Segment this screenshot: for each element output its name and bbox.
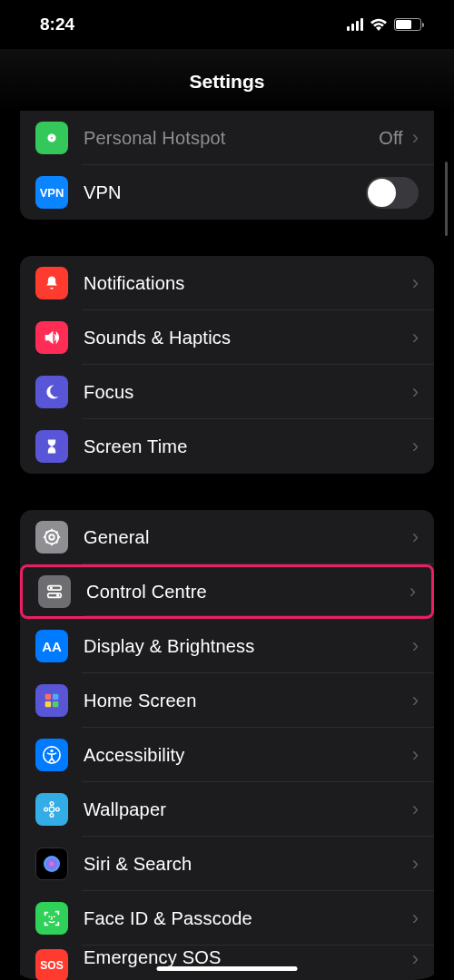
svg-point-5 xyxy=(56,593,59,596)
row-detail: Off xyxy=(379,128,402,149)
row-label: Siri & Search xyxy=(84,854,412,875)
chevron-icon: › xyxy=(412,947,419,971)
screentime-icon xyxy=(35,430,68,463)
svg-point-17 xyxy=(44,856,60,872)
svg-rect-6 xyxy=(45,694,51,700)
wallpaper-icon xyxy=(35,793,68,826)
hotspot-icon xyxy=(35,122,68,154)
row-faceid[interactable]: Face ID & Passcode › xyxy=(20,891,434,946)
chevron-icon: › xyxy=(412,126,419,150)
row-control-centre[interactable]: Control Centre › xyxy=(20,564,434,619)
svg-point-15 xyxy=(44,808,48,811)
row-label: General xyxy=(84,527,412,548)
row-label: Screen Time xyxy=(84,436,412,457)
row-personal-hotspot[interactable]: Personal Hotspot Off › xyxy=(20,111,434,165)
cellular-icon xyxy=(347,18,363,31)
chevron-icon: › xyxy=(412,743,419,767)
general-icon xyxy=(35,521,68,554)
vpn-icon: VPN xyxy=(35,176,68,209)
chevron-icon: › xyxy=(412,326,419,349)
svg-point-13 xyxy=(50,802,54,806)
chevron-icon: › xyxy=(412,271,419,295)
row-label: Sounds & Haptics xyxy=(84,328,412,348)
row-label: Emergency SOS xyxy=(84,947,412,968)
status-time: 8:24 xyxy=(40,15,74,34)
row-label: VPN xyxy=(84,182,366,203)
chevron-icon: › xyxy=(412,525,419,549)
row-label: Notifications xyxy=(84,273,412,294)
chevron-icon: › xyxy=(412,634,419,658)
row-label: Display & Brightness xyxy=(84,636,412,657)
row-notifications[interactable]: Notifications › xyxy=(20,256,434,310)
row-vpn[interactable]: VPN VPN xyxy=(20,165,434,220)
page-title: Settings xyxy=(0,49,454,111)
home-indicator[interactable] xyxy=(157,966,298,971)
row-display[interactable]: AA Display & Brightness › xyxy=(20,619,434,673)
svg-point-18 xyxy=(48,916,50,917)
chevron-icon: › xyxy=(412,798,419,821)
row-focus[interactable]: Focus › xyxy=(20,365,434,419)
sos-icon: SOS xyxy=(35,949,68,980)
svg-point-1 xyxy=(49,534,54,540)
focus-icon xyxy=(35,376,68,408)
row-label: Wallpaper xyxy=(84,799,412,820)
svg-point-3 xyxy=(50,586,53,589)
homescreen-icon xyxy=(35,684,68,717)
wifi-icon xyxy=(370,18,388,32)
chevron-icon: › xyxy=(412,689,419,712)
chevron-icon: › xyxy=(412,852,419,876)
row-label: Accessibility xyxy=(84,745,412,766)
status-icons xyxy=(347,18,421,32)
settings-group-network: Personal Hotspot Off › VPN VPN xyxy=(20,111,434,220)
scrollbar[interactable] xyxy=(445,162,448,236)
sounds-icon xyxy=(35,321,68,354)
row-homescreen[interactable]: Home Screen › xyxy=(20,673,434,728)
row-label: Control Centre xyxy=(86,582,410,603)
svg-point-19 xyxy=(54,916,55,917)
status-bar: 8:24 xyxy=(0,0,454,49)
faceid-icon xyxy=(35,902,68,935)
row-label: Face ID & Passcode xyxy=(84,908,412,929)
row-label: Focus xyxy=(84,382,412,403)
chevron-icon: › xyxy=(412,380,419,404)
row-label: Home Screen xyxy=(84,691,412,711)
svg-rect-8 xyxy=(45,701,51,707)
svg-rect-9 xyxy=(53,701,58,707)
svg-point-14 xyxy=(50,814,54,818)
svg-rect-7 xyxy=(53,694,58,700)
battery-icon xyxy=(394,18,421,31)
row-screentime[interactable]: Screen Time › xyxy=(20,419,434,474)
row-label: Personal Hotspot xyxy=(84,128,379,149)
chevron-icon: › xyxy=(412,906,419,930)
row-sounds[interactable]: Sounds & Haptics › xyxy=(20,310,434,365)
display-icon: AA xyxy=(35,630,68,662)
siri-icon xyxy=(35,848,68,880)
svg-point-16 xyxy=(56,808,60,811)
control-centre-icon xyxy=(38,575,71,608)
accessibility-icon xyxy=(35,739,68,771)
row-general[interactable]: General › xyxy=(20,510,434,564)
row-accessibility[interactable]: Accessibility › xyxy=(20,728,434,782)
row-emergency-sos[interactable]: SOS Emergency SOS › xyxy=(20,946,434,980)
settings-group-notifications: Notifications › Sounds & Haptics › Focus… xyxy=(20,256,434,474)
row-siri[interactable]: Siri & Search › xyxy=(20,837,434,891)
svg-point-11 xyxy=(50,750,53,752)
settings-group-general: General › Control Centre › AA Display & … xyxy=(20,510,434,980)
svg-point-12 xyxy=(49,807,54,812)
row-wallpaper[interactable]: Wallpaper › xyxy=(20,782,434,837)
vpn-toggle[interactable] xyxy=(366,177,419,209)
chevron-icon: › xyxy=(410,580,416,603)
chevron-icon: › xyxy=(412,435,419,458)
notifications-icon xyxy=(35,267,68,299)
